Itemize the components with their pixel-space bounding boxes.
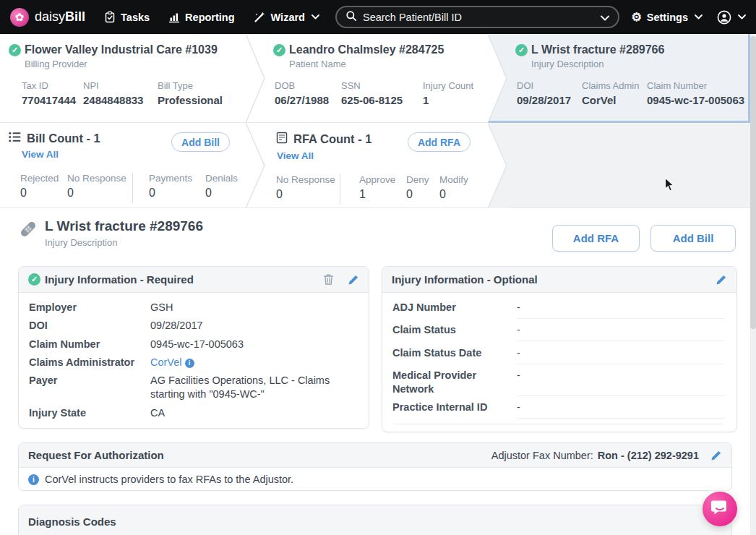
nav-reporting[interactable]: Reporting xyxy=(168,12,234,23)
row-value: GSH xyxy=(150,301,358,314)
optional-card-title: Injury Information - Optional xyxy=(392,273,538,286)
info-icon: i xyxy=(28,474,39,485)
check-circle-icon: ✓ xyxy=(28,273,40,286)
edit-pencil-icon[interactable] xyxy=(716,274,727,286)
scrollbar-thumb[interactable] xyxy=(750,36,756,329)
required-card-title: Injury Information - Required xyxy=(45,273,194,286)
fax-value: Ron - (212) 292-9291 xyxy=(598,450,699,461)
row-label: Employer xyxy=(29,301,150,314)
row-value: - xyxy=(517,301,725,319)
add-rfa-button-small[interactable]: Add RFA xyxy=(408,132,471,152)
trash-icon[interactable] xyxy=(323,273,334,286)
rfa-document-icon xyxy=(276,132,288,147)
patient-search[interactable] xyxy=(335,6,619,28)
row-label: Claim Status xyxy=(392,323,517,337)
rfa-section-card: Request For Authorization Adjustor Fax N… xyxy=(18,442,732,491)
add-bill-button-small[interactable]: Add Bill xyxy=(171,132,230,152)
gear-icon: ⚙ xyxy=(631,12,641,23)
daisybill-logo[interactable]: ✿ daisyBill xyxy=(10,8,85,27)
billing-provider-card[interactable]: ✓ Flower Valley Industrial Care #1039 Bi… xyxy=(0,34,246,122)
stat-divider xyxy=(340,174,340,205)
injury-title: L Wrist fracture #289766 xyxy=(531,43,664,56)
chevron-separator xyxy=(246,34,266,122)
magic-wand-icon xyxy=(254,11,266,23)
cloud-upload-icon xyxy=(448,432,462,432)
stat-value: 0 xyxy=(67,187,132,200)
field-label: Claims Admin xyxy=(582,80,647,91)
row-label: Claim Status Date xyxy=(392,346,517,360)
active-card-underline xyxy=(489,121,750,123)
patient-card[interactable]: ✓ Leandro Chalmsley #284725 Patient Name… xyxy=(266,34,488,122)
field-label: NPI xyxy=(83,80,158,91)
field-label: Claim Number xyxy=(647,80,744,91)
row-label: Payer xyxy=(29,374,150,388)
add-rfa-button[interactable]: Add RFA xyxy=(552,225,640,252)
stat-label: Approve xyxy=(359,174,406,185)
search-input[interactable] xyxy=(363,12,595,23)
stat-value: 0 xyxy=(205,187,238,200)
field-value: 09/28/2017 xyxy=(517,94,582,106)
field-label: DOI xyxy=(517,80,582,91)
divider xyxy=(395,424,723,424)
rfa-note-text: CorVel instructs providers to fax RFAs t… xyxy=(45,474,293,485)
edit-pencil-icon[interactable] xyxy=(710,450,722,461)
edit-pencil-icon[interactable] xyxy=(348,274,359,286)
row-value: - xyxy=(517,346,725,364)
band-filler xyxy=(508,123,750,207)
field-value: 625-06-8125 xyxy=(341,94,423,106)
nav-wizard[interactable]: Wizard xyxy=(254,11,319,23)
bill-view-all-link[interactable]: View All xyxy=(22,149,59,160)
stat-label: No Response xyxy=(67,173,132,184)
row-label: Claims Administrator xyxy=(29,356,150,369)
field-label: DOB xyxy=(275,80,341,91)
stat-label: Payments xyxy=(149,173,205,184)
nav-account[interactable] xyxy=(717,10,746,25)
check-circle-icon: ✓ xyxy=(515,44,528,56)
field-value: Professional xyxy=(158,94,223,106)
nav-tasks[interactable]: Tasks xyxy=(104,11,150,23)
chat-launcher-button[interactable] xyxy=(703,492,737,526)
stat-label: Denials xyxy=(205,173,238,184)
nav-settings[interactable]: ⚙ Settings xyxy=(631,12,703,23)
chat-bubble-icon xyxy=(711,499,729,519)
stat-label: Rejected xyxy=(20,173,67,184)
flower-logo-icon: ✿ xyxy=(10,8,29,27)
corvel-link[interactable]: CorVel xyxy=(150,356,182,368)
stat-value: 0 xyxy=(406,188,439,201)
rfa-count-panel: RFA Count - 1 View All Add RFA No Respon… xyxy=(266,123,488,207)
row-value: 0945-wc-17-005063 xyxy=(150,338,358,351)
chevron-down-icon xyxy=(695,14,703,20)
facesheet-link[interactable]: Facesheet xyxy=(392,432,725,432)
top-navbar: ✿ daisyBill Tasks Reporting Wizard xyxy=(0,0,756,34)
bar-chart-icon xyxy=(168,12,180,23)
clipboard-check-icon xyxy=(104,11,116,23)
bill-count-title: Bill Count - 1 xyxy=(27,132,100,145)
page-header: L Wrist fracture #289766 Injury Descript… xyxy=(19,218,203,248)
stat-label: Deny xyxy=(406,174,439,185)
bandage-icon xyxy=(19,220,38,248)
rfa-view-all-link[interactable]: View All xyxy=(277,150,314,161)
bill-count-panel: Bill Count - 1 View All Add Bill Rejecte… xyxy=(0,123,246,207)
row-label: Injury State xyxy=(29,406,150,420)
app-root: ✿ daisyBill Tasks Reporting Wizard xyxy=(0,0,756,535)
field-label: Injury Count xyxy=(423,80,473,91)
injury-card-active[interactable]: ✓ L Wrist fracture #289766 Injury Descri… xyxy=(508,34,750,122)
chevron-down-icon[interactable] xyxy=(601,11,609,24)
brand-name: daisyBill xyxy=(35,9,85,25)
stat-label: No Response xyxy=(276,174,340,185)
stat-value: 0 xyxy=(439,188,468,201)
user-avatar-icon xyxy=(717,10,731,25)
field-value: CorVel xyxy=(582,94,647,106)
info-icon[interactable]: i xyxy=(185,359,194,368)
patient-title: Leandro Chalmsley #284725 xyxy=(289,43,444,56)
field-value: 770417444 xyxy=(22,94,83,106)
fax-label: Adjustor Fax Number: xyxy=(491,450,593,461)
field-label: SSN xyxy=(341,80,423,91)
field-value: 1 xyxy=(423,94,473,106)
rfa-section-title: Request For Authorization xyxy=(28,449,164,461)
add-bill-button[interactable]: Add Bill xyxy=(650,225,736,252)
field-label: Tax ID xyxy=(22,80,83,91)
field-value: 06/27/1988 xyxy=(275,94,341,106)
injury-optional-card: Injury Information - Optional ADJ Number… xyxy=(382,266,737,432)
stat-value: 0 xyxy=(20,187,67,200)
